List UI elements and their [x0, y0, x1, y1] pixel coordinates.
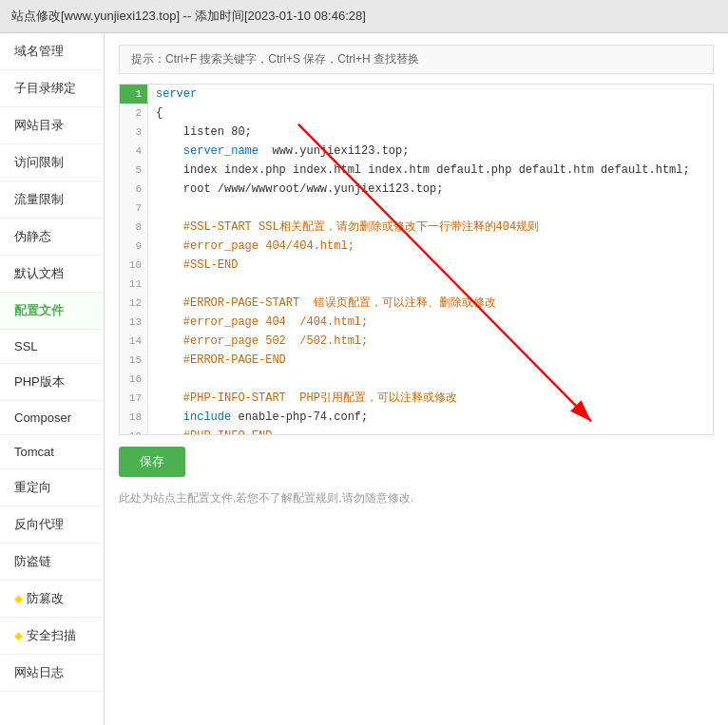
line-content: server — [148, 85, 713, 104]
line-content: include enable-php-74.conf; — [148, 408, 713, 427]
sidebar-item-SSL[interactable]: SSL — [0, 330, 104, 364]
sidebar-item-配置文件[interactable]: 配置文件 — [0, 293, 104, 330]
sidebar-item-label: 伪静态 — [14, 229, 51, 243]
table-row: 2{ — [120, 104, 713, 123]
content-area: 提示：Ctrl+F 搜索关键字，Ctrl+S 保存，Ctrl+H 查找替换 1s… — [105, 33, 728, 725]
line-number: 5 — [120, 161, 148, 180]
hint-bar: 提示：Ctrl+F 搜索关键字，Ctrl+S 保存，Ctrl+H 查找替换 — [119, 45, 714, 74]
line-number: 9 — [120, 237, 148, 256]
sidebar-item-label: SSL — [14, 339, 38, 353]
table-row: 4 server_name www.yunjiexi123.top; — [120, 142, 713, 161]
line-number: 13 — [120, 313, 148, 332]
line-number: 17 — [120, 389, 148, 408]
table-row: 15 #ERROR-PAGE-END — [120, 351, 713, 370]
sidebar-item-label: PHP版本 — [14, 374, 65, 389]
line-number: 16 — [120, 370, 148, 389]
table-row: 12 #ERROR-PAGE-START 错误页配置，可以注释、删除或修改 — [120, 294, 713, 313]
sidebar-item-label: 访问限制 — [14, 155, 64, 169]
code-editor[interactable]: 1server2{3 listen 80;4 server_name www.y… — [119, 84, 714, 435]
line-content: #error_page 502 /502.html; — [148, 332, 713, 351]
line-content — [148, 275, 713, 277]
bottom-note: 此处为站点主配置文件,若您不了解配置规则,请勿随意修改. — [119, 490, 714, 506]
line-content: index index.php index.html index.htm def… — [148, 161, 713, 180]
sidebar-item-label: 流量限制 — [14, 192, 64, 206]
line-content: #SSL-START SSL相关配置，请勿删除或修改下一行带注释的404规则 — [148, 218, 713, 237]
sidebar-item-label: 默认文档 — [14, 266, 64, 280]
sidebar-item-Tomcat[interactable]: Tomcat — [0, 435, 104, 469]
line-number: 10 — [120, 256, 148, 275]
table-row: 10 #SSL-END — [120, 256, 713, 275]
line-number: 8 — [120, 218, 148, 237]
line-content — [148, 199, 713, 200]
line-number: 6 — [120, 180, 148, 199]
table-row: 17 #PHP-INFO-START PHP引用配置，可以注释或修改 — [120, 389, 713, 408]
sidebar-item-重定向[interactable]: 重定向 — [0, 469, 104, 506]
table-row: 19 #PHP-INFO-END — [120, 427, 713, 435]
line-number: 4 — [120, 142, 148, 161]
table-row: 9 #error_page 404/404.html; — [120, 237, 713, 256]
table-row: 8 #SSL-START SSL相关配置，请勿删除或修改下一行带注释的404规则 — [120, 218, 713, 237]
sidebar-item-访问限制[interactable]: 访问限制 — [0, 144, 104, 181]
table-row: 3 listen 80; — [120, 123, 713, 142]
line-content: root /www/wwwroot/www.yunjiexi123.top; — [148, 180, 713, 199]
sidebar-item-Composer[interactable]: Composer — [0, 401, 104, 435]
save-button[interactable]: 保存 — [119, 447, 185, 477]
table-row: 5 index index.php index.html index.htm d… — [120, 161, 713, 180]
line-number: 7 — [120, 199, 148, 218]
sidebar-item-label: 安全扫描 — [27, 627, 76, 644]
line-content: #PHP-INFO-END — [148, 427, 713, 435]
sidebar-item-label: Composer — [14, 410, 71, 425]
table-row: 7 — [120, 199, 713, 218]
sidebar-item-label: 重定向 — [14, 480, 51, 494]
sidebar-item-流量限制[interactable]: 流量限制 — [0, 181, 104, 219]
sidebar-item-label: 防盗链 — [14, 554, 51, 568]
line-content: #ERROR-PAGE-END — [148, 351, 713, 370]
sidebar-item-网站目录[interactable]: 网站目录 — [0, 107, 104, 144]
diamond-icon: ◆ — [14, 629, 23, 642]
hint-text: 提示：Ctrl+F 搜索关键字，Ctrl+S 保存，Ctrl+H 查找替换 — [131, 52, 419, 66]
line-content: #SSL-END — [148, 256, 713, 275]
line-number: 12 — [120, 294, 148, 313]
line-number: 1 — [120, 85, 148, 104]
sidebar-item-默认文档[interactable]: 默认文档 — [0, 256, 104, 293]
table-row: 13 #error_page 404 /404.html; — [120, 313, 713, 332]
sidebar-item-安全扫描[interactable]: ◆安全扫描 — [0, 618, 104, 655]
line-number: 18 — [120, 408, 148, 427]
line-content: { — [148, 104, 713, 123]
sidebar-item-PHP版本[interactable]: PHP版本 — [0, 364, 104, 401]
sidebar-item-label: 防篡改 — [27, 590, 64, 607]
table-row: 16 — [120, 370, 713, 389]
line-number: 2 — [120, 104, 148, 123]
sidebar-item-反向代理[interactable]: 反向代理 — [0, 506, 104, 544]
sidebar-item-域名管理[interactable]: 域名管理 — [0, 33, 104, 70]
sidebar-item-网站日志[interactable]: 网站日志 — [0, 655, 104, 692]
line-content: listen 80; — [148, 123, 713, 142]
sidebar-item-label: 网站日志 — [14, 665, 64, 679]
table-row: 14 #error_page 502 /502.html; — [120, 332, 713, 351]
sidebar-item-防篡改[interactable]: ◆防篡改 — [0, 581, 104, 618]
page-title: 站点修改[www.yunjiexi123.top] -- 添加时间[2023-0… — [11, 9, 366, 23]
diamond-icon: ◆ — [14, 592, 23, 605]
sidebar-item-伪静态[interactable]: 伪静态 — [0, 219, 104, 256]
line-number: 3 — [120, 123, 148, 142]
table-row: 6 root /www/wwwroot/www.yunjiexi123.top; — [120, 180, 713, 199]
table-row: 18 include enable-php-74.conf; — [120, 408, 713, 427]
line-number: 15 — [120, 351, 148, 370]
line-content: #PHP-INFO-START PHP引用配置，可以注释或修改 — [148, 389, 713, 408]
line-content: #error_page 404/404.html; — [148, 237, 713, 256]
line-number: 19 — [120, 427, 148, 435]
line-number: 11 — [120, 275, 148, 294]
sidebar-item-防盗链[interactable]: 防盗链 — [0, 544, 104, 581]
line-content: #ERROR-PAGE-START 错误页配置，可以注释、删除或修改 — [148, 294, 713, 313]
sidebar-item-label: 网站目录 — [14, 118, 64, 132]
sidebar-item-label: 反向代理 — [14, 517, 64, 531]
sidebar-item-label: 域名管理 — [14, 44, 64, 58]
sidebar: 域名管理子目录绑定网站目录访问限制流量限制伪静态默认文档配置文件SSLPHP版本… — [0, 33, 105, 725]
line-content: #error_page 404 /404.html; — [148, 313, 713, 332]
sidebar-item-子目录绑定[interactable]: 子目录绑定 — [0, 70, 104, 107]
line-number: 14 — [120, 332, 148, 351]
sidebar-item-label: 子目录绑定 — [14, 81, 76, 95]
line-content: server_name www.yunjiexi123.top; — [148, 142, 713, 161]
sidebar-item-label: 配置文件 — [14, 303, 64, 317]
sidebar-item-label: Tomcat — [14, 445, 54, 459]
